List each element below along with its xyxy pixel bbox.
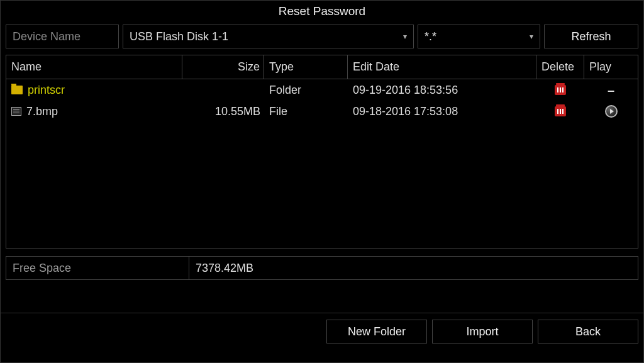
- trash-icon[interactable]: [555, 85, 566, 95]
- header-delete: Delete: [536, 55, 584, 79]
- play-disabled-icon: –: [608, 83, 614, 98]
- device-name-dropdown[interactable]: USB Flash Disk 1-1 ▾: [123, 25, 414, 48]
- header-size: Size: [182, 55, 264, 79]
- window-title: Reset Password: [1, 1, 643, 22]
- chevron-down-icon: ▾: [403, 32, 407, 41]
- file-type: File: [264, 103, 348, 121]
- file-list-panel: Name Size Type Edit Date Delete Play pri…: [6, 55, 638, 249]
- chevron-down-icon: ▾: [530, 32, 533, 41]
- file-row[interactable]: 7.bmp 10.55MB File 09-18-2016 17:53:08: [6, 101, 638, 122]
- free-space-label: Free Space: [6, 256, 189, 280]
- top-controls: Device Name USB Flash Disk 1-1 ▾ *.* ▾ R…: [1, 22, 643, 55]
- file-list-header: Name Size Type Edit Date Delete Play: [6, 55, 638, 79]
- header-name: Name: [6, 55, 182, 79]
- bottom-button-bar: New Folder Import Back: [1, 313, 643, 343]
- file-name: 7.bmp: [26, 105, 58, 118]
- header-play: Play: [584, 55, 638, 79]
- file-filter-dropdown[interactable]: *.* ▾: [418, 25, 540, 48]
- import-button[interactable]: Import: [432, 320, 533, 343]
- file-name: printscr: [28, 84, 65, 97]
- refresh-button[interactable]: Refresh: [544, 25, 638, 48]
- new-folder-button[interactable]: New Folder: [326, 320, 427, 343]
- header-type: Type: [264, 55, 348, 79]
- back-button[interactable]: Back: [538, 320, 638, 343]
- file-size: 10.55MB: [182, 103, 264, 121]
- play-icon[interactable]: [605, 105, 618, 118]
- device-name-label: Device Name: [6, 25, 119, 48]
- reset-password-window: Reset Password Device Name USB Flash Dis…: [0, 0, 644, 363]
- file-icon: [11, 107, 21, 116]
- free-space-row: Free Space 7378.42MB: [6, 256, 638, 280]
- file-edit-date: 09-18-2016 17:53:08: [348, 103, 536, 121]
- file-row[interactable]: printscr Folder 09-19-2016 18:53:56 –: [6, 79, 638, 101]
- folder-icon: [11, 86, 23, 94]
- free-space-value: 7378.42MB: [189, 256, 638, 280]
- trash-icon[interactable]: [555, 106, 566, 116]
- header-edit-date: Edit Date: [348, 55, 536, 79]
- file-type: Folder: [264, 81, 348, 99]
- file-size: [182, 87, 264, 92]
- device-name-value: USB Flash Disk 1-1: [130, 30, 228, 43]
- file-filter-value: *.*: [425, 30, 436, 43]
- file-edit-date: 09-19-2016 18:53:56: [348, 81, 536, 99]
